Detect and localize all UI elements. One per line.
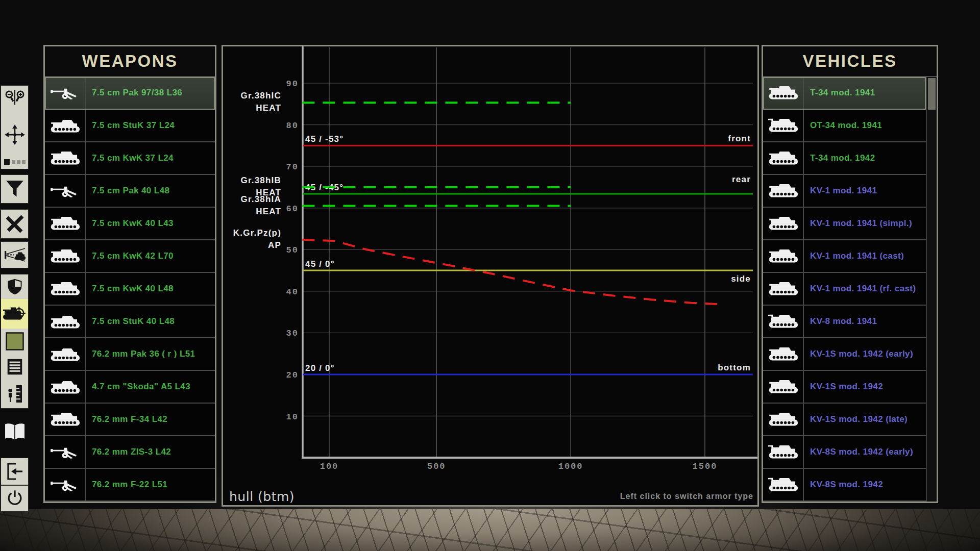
filter-button[interactable] xyxy=(1,175,28,203)
item-label: 76.2 mm F-34 L42 xyxy=(86,404,215,435)
weapon-row[interactable]: 7.5 cm KwK 40 L43 xyxy=(45,208,215,240)
vehicle-row[interactable]: KV-1 mod. 1941 (rf. cast) xyxy=(763,273,926,306)
weapon-row[interactable]: 7.5 cm StuK 37 L24 xyxy=(45,110,215,142)
power-icon xyxy=(5,489,24,508)
armor-value-label: 45 / -53° xyxy=(305,134,344,144)
armor-side-label: rear xyxy=(732,174,751,184)
penetration-chart[interactable]: 1020304050607080901005001000150045 / -53… xyxy=(223,46,757,505)
item-label: 7.5 cm KwK 40 L43 xyxy=(86,208,215,239)
vehicles-list: T-34 mod. 1941OT-34 mod. 1941T-34 mod. 1… xyxy=(763,77,926,502)
ammo-type-label: HEAT xyxy=(256,207,281,216)
specifications-button[interactable] xyxy=(1,354,28,380)
flame-tank-icon xyxy=(763,306,804,337)
vehicles-title: VEHICLES xyxy=(763,46,937,77)
assault-gun-icon xyxy=(45,371,86,403)
vehicle-row[interactable]: T-34 mod. 1941 xyxy=(763,77,926,110)
pan-arrows-icon xyxy=(4,123,26,145)
vehicle-row[interactable]: KV-8 mod. 1941 xyxy=(763,306,926,338)
item-label: T-34 mod. 1942 xyxy=(804,142,926,174)
ammo-name-label: Gr.38hIC xyxy=(240,91,281,101)
y-tick-label: 30 xyxy=(286,329,299,338)
weapon-row[interactable]: 7.5 cm KwK 37 L24 xyxy=(45,142,215,175)
y-tick-label: 70 xyxy=(286,162,299,172)
item-label: KV-1 mod. 1941 (simpl.) xyxy=(804,208,926,239)
cracked-earth-ground xyxy=(0,509,980,551)
weapon-row[interactable]: 76.2 mm ZIS-3 L42 xyxy=(45,436,215,469)
item-label: 76.2 mm Pak 36 ( r ) L51 xyxy=(86,338,215,370)
door-arrow-icon xyxy=(5,461,25,482)
vehicle-row[interactable]: KV-1 mod. 1941 xyxy=(763,175,926,208)
pan-tool-button[interactable] xyxy=(1,123,28,145)
armor-part-label: hull (btm) xyxy=(229,489,295,504)
vehicle-row[interactable]: KV-1S mod. 1942 (early) xyxy=(763,338,926,371)
weapon-row[interactable]: 7.5 cm KwK 40 L48 xyxy=(45,273,215,306)
ammo-name-label: K.Gr.Pz(p) xyxy=(233,228,281,238)
armor-calculator-screen: WEAPONS 7.5 cm Pak 97/38 L367.5 cm StuK … xyxy=(0,0,980,551)
armor-penetration-button[interactable] xyxy=(1,299,28,329)
tank-icon xyxy=(45,208,86,239)
weapon-row[interactable]: 7.5 cm StuK 40 L48 xyxy=(45,306,215,338)
weapon-row[interactable]: 7.5 cm KwK 42 L70 xyxy=(45,240,215,273)
flame-tank-icon xyxy=(763,469,804,500)
armor-value-label: 20 / 0° xyxy=(305,363,335,373)
weapon-row[interactable]: 7.5 cm Pak 97/38 L36 xyxy=(45,77,215,110)
ammo-name-label: Gr.38hIA xyxy=(240,194,281,204)
clear-button[interactable] xyxy=(1,210,28,238)
chart-panel: 1020304050607080901005001000150045 / -53… xyxy=(222,45,759,507)
tank-icon xyxy=(45,273,86,305)
person-ruler-icon xyxy=(5,383,25,405)
vehicle-row[interactable]: KV-1S mod. 1942 xyxy=(763,371,926,404)
item-label: 7.5 cm KwK 40 L48 xyxy=(86,273,215,305)
tank-icon xyxy=(763,404,804,435)
weapon-row[interactable]: 76.2 mm F-22 L51 xyxy=(45,469,215,502)
at-gun-icon xyxy=(45,436,86,468)
open-book-icon xyxy=(3,420,27,444)
item-label: 7.5 cm Pak 97/38 L36 xyxy=(86,77,215,109)
vehicle-row[interactable]: KV-1S mod. 1942 (late) xyxy=(763,404,926,436)
armor-side-label: front xyxy=(728,134,751,143)
flame-tank-icon xyxy=(763,436,804,468)
weapons-panel: WEAPONS 7.5 cm Pak 97/38 L367.5 cm StuK … xyxy=(43,45,216,503)
tank-icon xyxy=(45,240,86,272)
camouflage-button[interactable] xyxy=(1,329,28,354)
ammo-type-label: AP xyxy=(268,240,281,250)
exit-button[interactable] xyxy=(1,458,28,485)
vehicle-row[interactable]: KV-1 mod. 1941 (simpl.) xyxy=(763,208,926,240)
vehicle-row[interactable]: T-34 mod. 1942 xyxy=(763,142,926,175)
vehicle-row[interactable]: KV-8S mod. 1942 xyxy=(763,469,926,502)
assault-gun-icon xyxy=(45,110,86,141)
funnel-icon xyxy=(5,179,25,199)
range-view-button[interactable] xyxy=(1,242,28,268)
detail-level-button[interactable] xyxy=(1,158,28,166)
flame-tank-icon xyxy=(763,110,804,141)
zoom-in-out-icon xyxy=(4,89,26,110)
tank-icon xyxy=(763,208,804,239)
weapon-row[interactable]: 4.7 cm "Skoda" A5 L43 xyxy=(45,371,215,404)
y-tick-label: 40 xyxy=(286,287,299,297)
zoom-tool-button[interactable] xyxy=(1,89,28,110)
y-tick-label: 80 xyxy=(286,121,299,131)
encyclopedia-button[interactable] xyxy=(1,417,28,447)
vehicle-row[interactable]: KV-8S mod. 1942 (early) xyxy=(763,436,926,469)
weapons-list: 7.5 cm Pak 97/38 L367.5 cm StuK 37 L247.… xyxy=(45,77,215,502)
toolbar-group-modes xyxy=(1,274,28,408)
x-tick-label: 1500 xyxy=(693,462,718,471)
vehicle-row[interactable]: OT-34 mod. 1941 xyxy=(763,110,926,142)
vehicles-scrollbar[interactable] xyxy=(926,77,937,502)
weapon-row[interactable]: 7.5 cm Pak 40 L48 xyxy=(45,175,215,208)
y-tick-label: 90 xyxy=(286,79,299,89)
power-button[interactable] xyxy=(1,486,28,511)
armor-side-label: side xyxy=(731,274,751,284)
armor-protection-button[interactable] xyxy=(1,274,28,299)
weapon-row[interactable]: 76.2 mm F-34 L42 xyxy=(45,404,215,436)
vehicles-scrollbar-thumb[interactable] xyxy=(928,78,936,110)
item-label: 7.5 cm KwK 42 L70 xyxy=(86,240,215,272)
assault-gun-icon xyxy=(45,338,86,370)
size-comparison-button[interactable] xyxy=(1,380,28,408)
vehicle-row[interactable]: KV-1 mod. 1941 (cast) xyxy=(763,240,926,273)
tank-crosshair-icon xyxy=(3,303,27,324)
toolbar xyxy=(1,0,28,551)
at-gun-icon xyxy=(45,175,86,207)
weapon-row[interactable]: 76.2 mm Pak 36 ( r ) L51 xyxy=(45,338,215,371)
item-label: 76.2 mm F-22 L51 xyxy=(86,469,215,500)
